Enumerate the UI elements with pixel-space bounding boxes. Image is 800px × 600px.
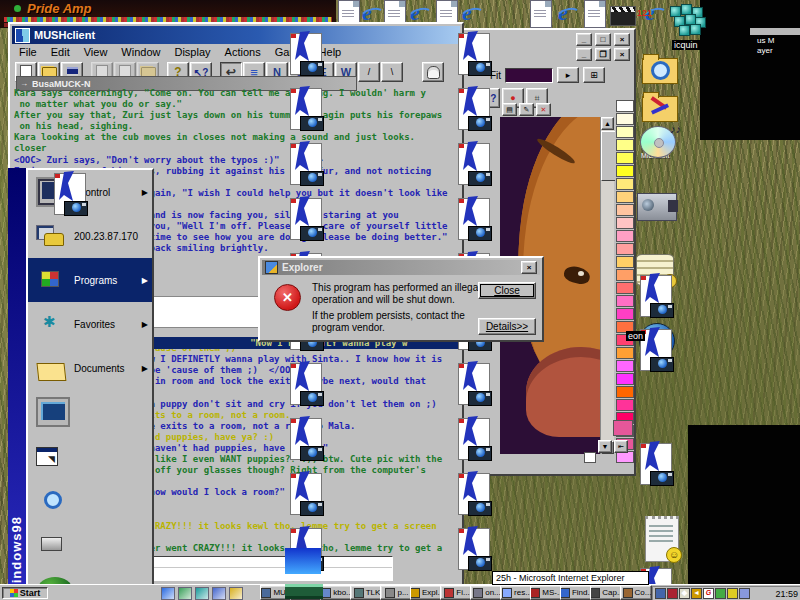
palette-swatch[interactable]	[616, 113, 634, 125]
notepad-smiley-icon[interactable]	[645, 516, 679, 562]
start-menu-item-documents[interactable]: Documents▶	[28, 346, 152, 390]
page-tray-icon[interactable]	[715, 588, 726, 599]
internet-explorer-icon[interactable]: e	[410, 2, 420, 24]
task-button[interactable]: kbo...	[320, 585, 352, 600]
document-icon[interactable]	[530, 0, 552, 28]
transform-tool-button[interactable]: ⊞	[583, 67, 605, 83]
palette-swatch[interactable]	[616, 100, 634, 112]
mushclient-titlebar[interactable]: MUSHclient	[12, 26, 460, 44]
quick-launch-icon[interactable]	[178, 587, 192, 600]
internet-explorer-icon[interactable]: e	[362, 2, 372, 24]
child-close-button[interactable]: ×	[614, 48, 630, 61]
active-color-swatch[interactable]	[505, 68, 553, 83]
notes-tray-icon[interactable]	[727, 588, 738, 599]
menu-file[interactable]: File	[12, 46, 44, 58]
scroll-thumb[interactable]	[601, 131, 616, 181]
start-menu-item-programs[interactable]: Programs▶	[28, 258, 152, 302]
menu-view[interactable]: View	[77, 46, 115, 58]
palette-swatch[interactable]	[616, 191, 634, 203]
getright-tray-icon[interactable]: G	[703, 588, 714, 599]
palette-swatch[interactable]	[616, 399, 634, 411]
palette-swatch[interactable]	[616, 256, 634, 268]
palette-swatch[interactable]	[616, 308, 634, 320]
quick-launch-icon[interactable]	[229, 587, 243, 600]
color-palette[interactable]	[615, 98, 633, 432]
start-menu-item[interactable]	[28, 478, 152, 522]
close-button[interactable]: ×	[614, 33, 630, 46]
quick-launch-icon[interactable]	[161, 587, 175, 600]
internet-explorer-icon[interactable]: e	[462, 2, 472, 24]
task-button[interactable]: TLK	[350, 585, 382, 600]
palette-swatch[interactable]	[616, 243, 634, 255]
palette-swatch[interactable]	[616, 373, 634, 385]
palette-swatch[interactable]	[616, 178, 634, 190]
document-icon[interactable]	[584, 0, 606, 28]
modem-tray-icon[interactable]	[667, 588, 678, 599]
system-tray[interactable]: ◆◄G21:59	[652, 586, 800, 600]
details-button[interactable]: Details>>	[478, 318, 536, 335]
palette-swatch[interactable]	[616, 204, 634, 216]
palette-swatch[interactable]	[616, 126, 634, 138]
dialog-close-icon[interactable]: ×	[521, 261, 537, 274]
task-button[interactable]: res...	[500, 585, 532, 600]
palette-swatch[interactable]	[616, 165, 634, 177]
tools-folder-icon[interactable]	[642, 96, 678, 122]
palette-scroll-down-button[interactable]: ▼	[598, 440, 612, 453]
palette-swatch[interactable]	[616, 269, 634, 281]
icq-icon[interactable]	[668, 4, 706, 38]
start-button[interactable]: Start	[2, 587, 48, 599]
pointer-tool-button[interactable]: ▸	[557, 67, 579, 83]
menu-display[interactable]: Display	[167, 46, 217, 58]
palette-swatch[interactable]	[616, 347, 634, 359]
canvas-vertical-scrollbar[interactable]: ▲ ▼	[600, 117, 614, 454]
palette-swatch[interactable]	[616, 217, 634, 229]
arrow-tray-icon[interactable]: ◄	[691, 588, 702, 599]
diag-down-button[interactable]: \	[381, 62, 403, 82]
palette-swatch[interactable]	[616, 139, 634, 151]
mushclient-menubar[interactable]: FileEditViewWindowDisplayActionsGameHelp	[12, 44, 460, 59]
menu-edit[interactable]: Edit	[44, 46, 77, 58]
task-button[interactable]: Co...	[620, 585, 652, 600]
mail-tray-icon[interactable]	[739, 588, 750, 599]
video-camera-icon[interactable]	[637, 193, 677, 221]
close-button[interactable]: Close	[478, 282, 536, 299]
clapper-icon[interactable]	[610, 6, 636, 26]
task-button[interactable]: Expl...	[410, 585, 442, 600]
grid-button[interactable]: ▤	[502, 103, 517, 116]
start-menu-item[interactable]	[28, 390, 152, 434]
menu-actions[interactable]: Actions	[218, 46, 268, 58]
start-menu-item-2002387170[interactable]: 200.23.87.170	[28, 214, 152, 258]
scroll-up-button[interactable]: ▲	[601, 117, 614, 130]
start-menu-item[interactable]	[28, 522, 152, 566]
task-button[interactable]: Find...	[560, 585, 592, 600]
quick-launch[interactable]	[158, 587, 243, 600]
child-minimize-button[interactable]: _	[576, 48, 592, 61]
child-restore-button[interactable]: ❐	[595, 48, 611, 61]
diag-up-button[interactable]: /	[358, 62, 380, 82]
paintshop-caption-buttons[interactable]: _ □ ×	[575, 33, 630, 46]
palette-pink-swatch[interactable]	[613, 420, 633, 436]
diamond-tray-icon[interactable]: ◆	[679, 588, 690, 599]
task-button[interactable]: Fi...	[440, 585, 472, 600]
palette-swatch[interactable]	[616, 295, 634, 307]
task-button[interactable]: MS-...	[530, 585, 562, 600]
palette-swatch[interactable]	[616, 282, 634, 294]
palette-swatch[interactable]	[616, 360, 634, 372]
menu-window[interactable]: Window	[114, 46, 167, 58]
start-menu-item-control[interactable]: Control▶	[28, 170, 152, 214]
delete-button[interactable]: ✕	[536, 103, 551, 116]
palette-swatch[interactable]	[616, 386, 634, 398]
paintshop-child-caption-buttons[interactable]: _ ❐ ×	[575, 48, 630, 61]
error-dialog[interactable]: Explorer × ✕ This program has performed …	[258, 256, 544, 342]
start-menu[interactable]: Control▶200.23.87.170Programs▶Favorites▶…	[26, 168, 154, 600]
cd-music-icon[interactable]: ♪♪	[640, 126, 676, 158]
palette-swatch[interactable]	[616, 152, 634, 164]
quick-launch-icon[interactable]	[195, 587, 209, 600]
task-button[interactable]: on...	[470, 585, 502, 600]
maximize-button[interactable]: □	[595, 33, 611, 46]
palette-swatch[interactable]	[616, 230, 634, 242]
quick-launch-icon[interactable]	[212, 587, 226, 600]
hand-button[interactable]	[422, 62, 444, 82]
find-folder-icon[interactable]	[642, 58, 678, 84]
start-menu-item-favorites[interactable]: Favorites▶	[28, 302, 152, 346]
